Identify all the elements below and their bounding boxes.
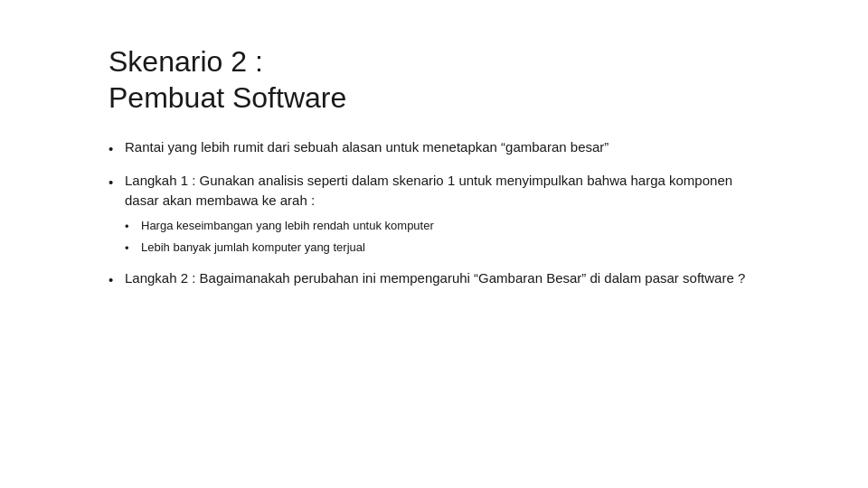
bullet-dot: • (108, 270, 125, 291)
bullet-list: • Rantai yang lebih rumit dari sebuah al… (108, 137, 760, 290)
slide-container: Skenario 2 : Pembuat Software • Rantai y… (0, 0, 868, 488)
title-line1: Skenario 2 : (108, 45, 263, 78)
list-item: • Langkah 1 : Gunakan analisis seperti d… (108, 171, 760, 258)
bullet-dot: • (108, 139, 125, 160)
list-item: • Harga keseimbangan yang lebih rendah u… (125, 217, 760, 236)
bullet-dot: • (108, 173, 125, 193)
sub-bullet-text: Lebih banyak jumlah komputer yang terjua… (141, 239, 760, 257)
list-item: • Rantai yang lebih rumit dari sebuah al… (108, 137, 760, 160)
sub-bullet-list: • Harga keseimbangan yang lebih rendah u… (125, 217, 760, 258)
sub-bullet-dot: • (125, 239, 141, 258)
slide-title: Skenario 2 : Pembuat Software (108, 43, 760, 116)
sub-bullet-dot: • (125, 218, 141, 236)
list-item: • Langkah 2 : Bagaimanakah perubahan ini… (108, 268, 760, 291)
list-item: • Lebih banyak jumlah komputer yang terj… (125, 239, 760, 258)
bullet-text: Rantai yang lebih rumit dari sebuah alas… (125, 137, 760, 158)
bullet-text: Langkah 2 : Bagaimanakah perubahan ini m… (125, 268, 760, 289)
bullet-text: Langkah 1 : Gunakan analisis seperti dal… (125, 171, 760, 258)
sub-bullet-text: Harga keseimbangan yang lebih rendah unt… (141, 217, 760, 235)
title-line2: Pembuat Software (108, 81, 346, 114)
